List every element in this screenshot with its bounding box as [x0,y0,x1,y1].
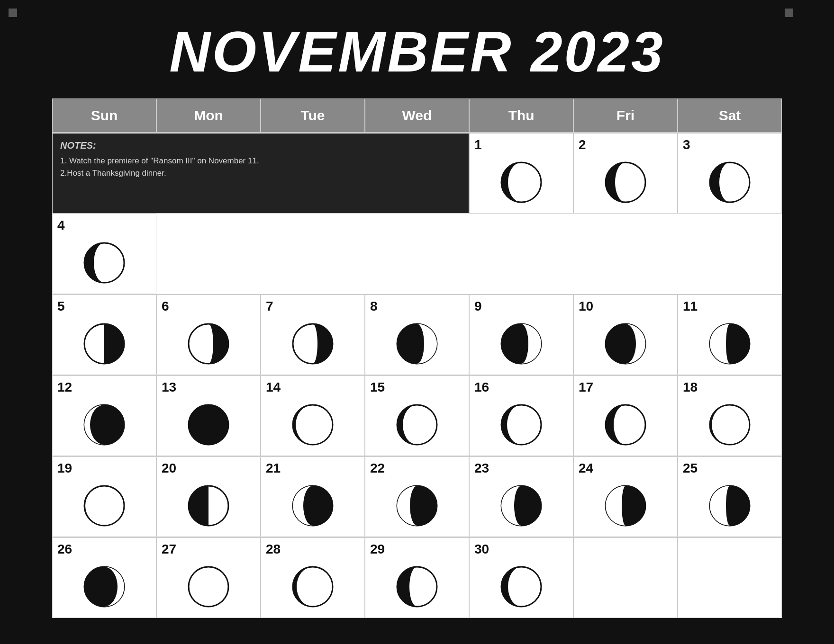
week-5: 26 27 28 [52,537,782,618]
day-5: 5 [52,295,156,375]
moon-phase-icon [706,401,753,448]
calendar: Sun Mon Tue Wed Thu Fri Sat NOTES: 1. Wa… [52,98,782,618]
notes-cell: NOTES: 1. Watch the premiere of "Ransom … [52,133,469,214]
header-sun: Sun [52,98,156,133]
week-4: 19 20 21 [52,456,782,537]
day-1: 1 [469,133,573,214]
day-30: 30 [469,537,573,618]
day-29: 29 [365,537,469,618]
day-2: 2 [573,133,678,214]
day-4: 4 [52,214,156,294]
header-tue: Tue [261,98,365,133]
month-title: NOVEMBER 2023 [0,19,834,84]
note-line-1: 1. Watch the premiere of "Ransom III" on… [60,155,259,167]
moon-phase-icon [602,482,649,529]
moon-phase-icon [81,401,128,448]
header-fri: Fri [573,98,678,133]
header-wed: Wed [365,98,469,133]
day-3: 3 [678,133,782,214]
svg-point-12 [189,405,228,445]
day-17: 17 [573,376,678,456]
moon-phase-icon [81,239,128,286]
moon-phase-icon [706,159,753,206]
week-3: 12 13 14 [52,375,782,456]
day-7: 7 [261,295,365,375]
day-21: 21 [261,456,365,537]
day-15: 15 [365,376,469,456]
moon-phase-icon [498,482,545,529]
day-headers: Sun Mon Tue Wed Thu Fri Sat [52,98,782,133]
moon-phase-icon [498,563,545,610]
day-13: 13 [156,376,261,456]
calendar-header: NOVEMBER 2023 [0,0,834,98]
day-28: 28 [261,537,365,618]
moon-phase-icon [81,482,128,529]
header-thu: Thu [469,98,573,133]
moon-phase-icon [81,563,128,610]
week-2: 5 6 7 [52,294,782,375]
empty-cell [678,537,782,618]
moon-phase-icon [393,401,441,448]
moon-phase-icon [393,482,441,529]
notes-title: NOTES: [60,140,96,151]
day-14: 14 [261,376,365,456]
day-25: 25 [678,456,782,537]
empty-cell [573,537,678,618]
moon-phase-icon [185,401,232,448]
moon-phase-icon [602,320,649,367]
moon-phase-icon [602,401,649,448]
moon-phase-icon [393,563,441,610]
moon-phase-icon [498,401,545,448]
week-1: NOTES: 1. Watch the premiere of "Ransom … [52,133,782,294]
moon-phase-icon [706,482,753,529]
moon-phase-icon [706,320,753,367]
day-20: 20 [156,456,261,537]
day-27: 27 [156,537,261,618]
moon-phase-icon [393,320,441,367]
moon-phase-icon [602,159,649,206]
moon-phase-icon [81,320,128,367]
day-22: 22 [365,456,469,537]
day-19: 19 [52,456,156,537]
day-18: 18 [678,376,782,456]
day-11: 11 [678,295,782,375]
day-6: 6 [156,295,261,375]
moon-phase-icon [185,482,232,529]
day-24: 24 [573,456,678,537]
day-26: 26 [52,537,156,618]
moon-phase-icon [185,563,232,610]
day-8: 8 [365,295,469,375]
day-12: 12 [52,376,156,456]
moon-phase-icon [289,482,336,529]
moon-phase-icon [185,320,232,367]
day-16: 16 [469,376,573,456]
note-line-2: 2.Host a Thanksgiving dinner. [60,167,259,179]
moon-phase-icon [289,401,336,448]
header-sat: Sat [678,98,782,133]
header-mon: Mon [156,98,261,133]
day-23: 23 [469,456,573,537]
moon-phase-icon [289,320,336,367]
moon-phase-icon [498,159,545,206]
notes-text: 1. Watch the premiere of "Ransom III" on… [60,155,259,179]
day-10: 10 [573,295,678,375]
moon-phase-icon [289,563,336,610]
day-9: 9 [469,295,573,375]
moon-phase-icon [498,320,545,367]
